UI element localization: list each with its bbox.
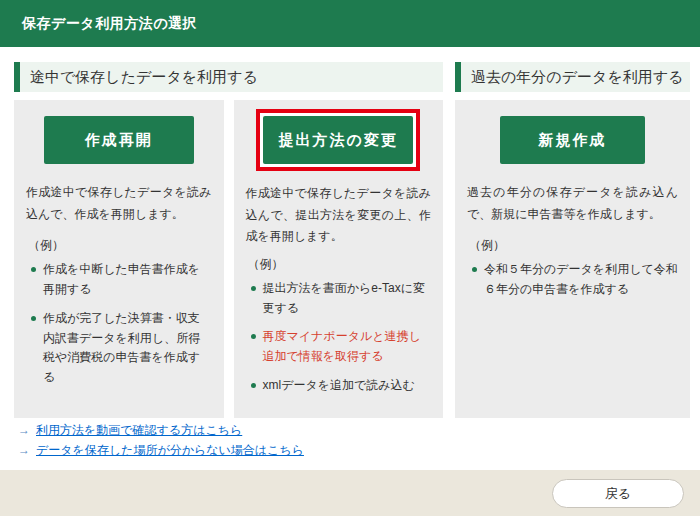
list-item: xmlデータを追加で読み込む — [250, 376, 432, 396]
help-link-row: → データを保存した場所が分からない場合はこちら — [18, 442, 304, 459]
list-item: 令和５年分のデータを利用して令和６年分の申告書を作成する — [471, 260, 678, 300]
help-link-row: → 利用方法を動画で確認する方はこちら — [18, 422, 304, 439]
new-creation-button[interactable]: 新規作成 — [500, 116, 645, 164]
card-resume-creation: 作成再開 作成途中で保存したデータを読み込んで、作成を再開します。 （例） 作成… — [14, 100, 224, 418]
highlight-annotation: 提出方法の変更 — [256, 109, 420, 171]
list-item: 提出方法を書面からe-Taxに変更する — [250, 279, 432, 319]
card-new-creation: 新規作成 過去の年分の保存データを読み込んで、新規に申告書等を作成します。 （例… — [455, 100, 690, 418]
example-label: （例） — [246, 256, 432, 273]
arrow-icon: → — [18, 442, 30, 459]
card-description: 作成途中で保存したデータを読み込んで、提出方法を変更の上、作成を再開します。 — [246, 183, 432, 248]
help-links: → 利用方法を動画で確認する方はこちら → データを保存した場所が分からない場合… — [18, 422, 304, 462]
list-item-alert: 再度マイナポータルと連携し追加で情報を取得する — [250, 327, 432, 367]
page-header: 保存データ利用方法の選択 — [0, 0, 700, 47]
resume-creation-button[interactable]: 作成再開 — [44, 116, 194, 164]
section-saved-data: 途中で保存したデータを利用する 作成再開 作成途中で保存したデータを読み込んで、… — [14, 62, 443, 418]
example-list: 令和５年分のデータを利用して令和６年分の申告書を作成する — [467, 260, 678, 300]
saved-data-cards-row: 作成再開 作成途中で保存したデータを読み込んで、作成を再開します。 （例） 作成… — [14, 100, 443, 418]
example-list: 提出方法を書面からe-Taxに変更する 再度マイナポータルと連携し追加で情報を取… — [246, 279, 432, 396]
card-description: 過去の年分の保存データを読み込んで、新規に申告書等を作成します。 — [467, 182, 678, 225]
section-heading-past-years: 過去の年分のデータを利用する — [455, 62, 690, 92]
card-change-submission-method: 提出方法の変更 作成途中で保存したデータを読み込んで、提出方法を変更の上、作成を… — [234, 100, 444, 418]
list-item: 作成が完了した決算書・収支内訳書データを利用し、所得税や消費税の申告書を作成する — [30, 309, 212, 388]
page-title: 保存データ利用方法の選択 — [22, 15, 197, 33]
section-heading-label: 過去の年分のデータを利用する — [471, 68, 683, 87]
example-label: （例） — [26, 237, 212, 254]
footer-bar: 戻る — [0, 470, 700, 516]
change-submission-method-button[interactable]: 提出方法の変更 — [263, 116, 413, 164]
list-item: 作成を中断した申告書作成を再開する — [30, 260, 212, 300]
card-description: 作成途中で保存したデータを読み込んで、作成を再開します。 — [26, 182, 212, 225]
section-heading-saved-data: 途中で保存したデータを利用する — [14, 62, 443, 92]
section-past-years: 過去の年分のデータを利用する 新規作成 過去の年分の保存データを読み込んで、新規… — [455, 62, 690, 418]
section-heading-label: 途中で保存したデータを利用する — [30, 68, 258, 87]
back-button[interactable]: 戻る — [552, 479, 684, 508]
example-label: （例） — [467, 237, 678, 254]
example-list: 作成を中断した申告書作成を再開する 作成が完了した決算書・収支内訳書データを利用… — [26, 260, 212, 388]
arrow-icon: → — [18, 422, 30, 439]
data-location-help-link[interactable]: データを保存した場所が分からない場合はこちら — [36, 442, 304, 459]
video-help-link[interactable]: 利用方法を動画で確認する方はこちら — [36, 422, 242, 439]
